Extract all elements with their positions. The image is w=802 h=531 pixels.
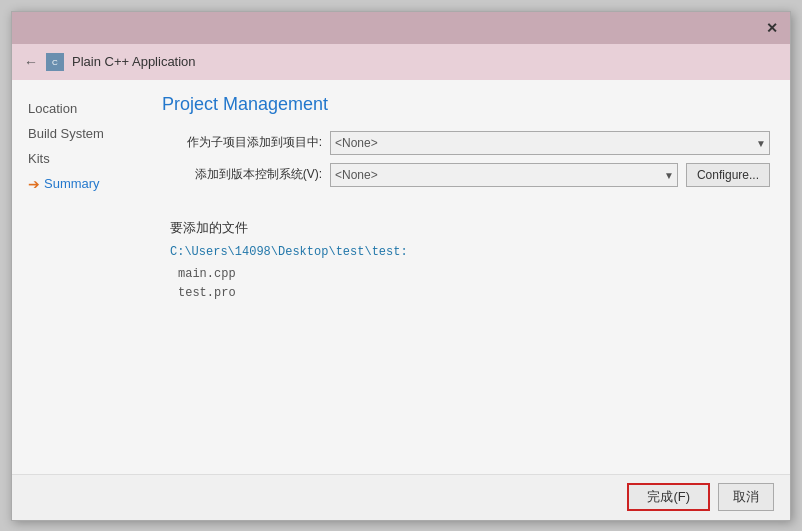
window-title: Plain C++ Application — [72, 54, 196, 69]
file-path: C:\Users\14098\Desktop\test\test: — [170, 245, 770, 259]
header-bar: ← C Plain C++ Application — [12, 44, 790, 80]
main-window: ✕ ← C Plain C++ Application Location Bui… — [11, 11, 791, 521]
cancel-button[interactable]: 取消 — [718, 483, 774, 511]
vcs-select[interactable]: <None> — [330, 163, 678, 187]
sidebar: Location Build System Kits ➔ Summary — [12, 80, 142, 474]
svg-text:C: C — [52, 58, 58, 67]
app-icon: C — [46, 53, 64, 71]
panel-title: Project Management — [162, 94, 770, 115]
files-header: 要添加的文件 — [170, 219, 770, 237]
sidebar-label-location: Location — [28, 101, 77, 116]
subproject-select-wrapper: <None> ▼ — [330, 131, 770, 155]
sidebar-item-kits[interactable]: Kits — [12, 146, 142, 171]
subproject-select[interactable]: <None> — [330, 131, 770, 155]
file-list: main.cpp test.pro — [170, 265, 770, 303]
file-item-pro: test.pro — [178, 284, 770, 303]
files-section: 要添加的文件 C:\Users\14098\Desktop\test\test:… — [162, 219, 770, 303]
title-bar: ✕ — [12, 12, 790, 44]
footer: 完成(F) 取消 — [12, 474, 790, 520]
active-arrow-icon: ➔ — [28, 176, 40, 192]
sidebar-label-kits: Kits — [28, 151, 50, 166]
main-panel: Project Management 作为子项目添加到项目中: <None> ▼… — [142, 80, 790, 474]
file-item-main: main.cpp — [178, 265, 770, 284]
back-button[interactable]: ← — [24, 54, 38, 70]
vcs-label: 添加到版本控制系统(V): — [162, 166, 322, 183]
sidebar-item-location[interactable]: Location — [12, 96, 142, 121]
form-row-subproject: 作为子项目添加到项目中: <None> ▼ — [162, 131, 770, 155]
subproject-label: 作为子项目添加到项目中: — [162, 134, 322, 151]
configure-button[interactable]: Configure... — [686, 163, 770, 187]
vcs-select-wrapper: <None> ▼ — [330, 163, 678, 187]
sidebar-label-summary: Summary — [44, 176, 100, 191]
finish-button[interactable]: 完成(F) — [627, 483, 710, 511]
sidebar-item-build-system[interactable]: Build System — [12, 121, 142, 146]
sidebar-label-build-system: Build System — [28, 126, 104, 141]
sidebar-item-summary[interactable]: ➔ Summary — [12, 171, 142, 197]
close-button[interactable]: ✕ — [762, 18, 782, 38]
form-row-vcs: 添加到版本控制系统(V): <None> ▼ Configure... — [162, 163, 770, 187]
content-area: Location Build System Kits ➔ Summary Pro… — [12, 80, 790, 474]
